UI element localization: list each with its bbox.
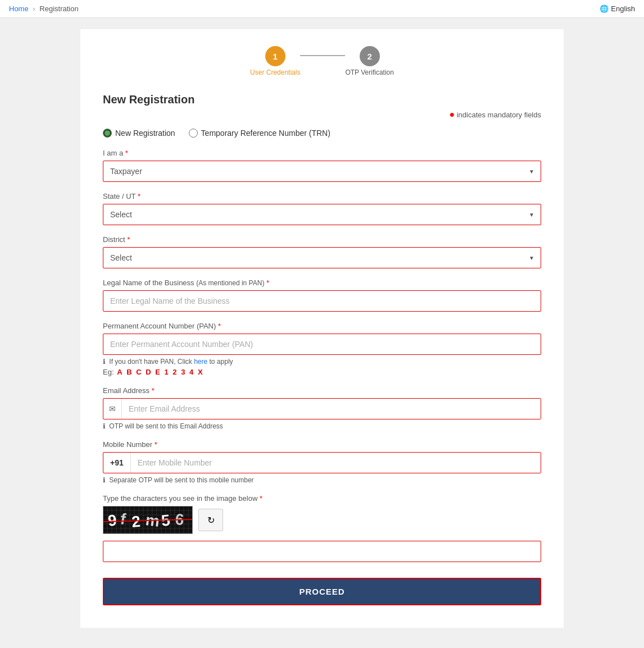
- mobile-input[interactable]: [131, 453, 541, 473]
- captcha-label: Type the characters you see in the image…: [103, 494, 541, 503]
- radio-new-label: New Registration: [115, 129, 175, 138]
- globe-icon: 🌐: [600, 4, 609, 13]
- i-am-label: I am a *: [103, 149, 541, 157]
- breadcrumb-current: Registration: [39, 4, 78, 13]
- state-group: State / UT * Select: [103, 192, 541, 225]
- email-input-wrapper: ✉: [103, 398, 541, 419]
- pan-char-B: B: [126, 368, 131, 376]
- email-input[interactable]: [122, 399, 541, 419]
- state-label: State / UT *: [103, 192, 541, 200]
- pan-char-3: 3: [181, 368, 185, 376]
- language-label: English: [611, 4, 635, 13]
- email-hint: ℹ OTP will be sent to this Email Address: [103, 422, 541, 430]
- breadcrumb-sep: ›: [33, 4, 35, 13]
- mandatory-text: indicates mandatory fields: [457, 111, 541, 119]
- pan-hint: ℹ If you don't have PAN, Click here to a…: [103, 358, 541, 366]
- language-selector[interactable]: 🌐 English: [600, 4, 635, 13]
- mobile-hint: ℹ Separate OTP will be sent to this mobi…: [103, 476, 541, 484]
- state-select-wrapper: Select: [103, 204, 541, 225]
- pan-eg-label: Eg:: [103, 368, 114, 376]
- pan-char-A: A: [117, 368, 122, 376]
- pan-label: Permanent Account Number (PAN) *: [103, 322, 541, 330]
- mobile-label: Mobile Number *: [103, 440, 541, 449]
- pan-char-D: D: [146, 368, 151, 376]
- captcha-image: [103, 506, 193, 534]
- proceed-button[interactable]: PROCEED: [103, 578, 541, 605]
- breadcrumb: Home › Registration: [9, 4, 79, 13]
- legal-name-label: Legal Name of the Business (As mentioned…: [103, 279, 541, 287]
- radio-new-registration[interactable]: New Registration: [103, 129, 175, 138]
- pan-char-X: X: [198, 368, 203, 376]
- step-connector: [300, 55, 345, 56]
- form-title: New Registration: [103, 93, 541, 106]
- taxpayer-select-wrapper: Taxpayer: [103, 161, 541, 182]
- step-2-circle: 2: [360, 46, 380, 66]
- state-select[interactable]: Select: [103, 204, 541, 225]
- legal-name-group: Legal Name of the Business (As mentioned…: [103, 279, 541, 312]
- email-icon: ✉: [103, 399, 122, 419]
- taxpayer-select[interactable]: Taxpayer: [103, 161, 541, 182]
- captcha-group: Type the characters you see in the image…: [103, 494, 541, 562]
- step-2-label: OTP Verification: [345, 69, 393, 76]
- pan-char-C: C: [136, 368, 141, 376]
- radio-trn[interactable]: Temporary Reference Number (TRN): [189, 129, 330, 138]
- i-am-a-group: I am a * Taxpayer: [103, 149, 541, 182]
- mobile-wrapper: +91: [103, 452, 541, 473]
- email-info-icon: ℹ: [103, 422, 106, 430]
- legal-name-input[interactable]: [103, 290, 541, 312]
- step-1-label: User Credentials: [250, 69, 300, 76]
- main-content: 1 User Credentials 2 OTP Verification Ne…: [80, 29, 564, 628]
- pan-here-link[interactable]: here: [194, 358, 207, 366]
- step-1-circle: 1: [265, 46, 285, 66]
- email-label: Email Address *: [103, 386, 541, 395]
- mandatory-dot: ●: [449, 109, 455, 119]
- mobile-prefix: +91: [103, 453, 131, 473]
- district-label: District *: [103, 235, 541, 244]
- email-group: Email Address * ✉ ℹ OTP will be sent to …: [103, 386, 541, 430]
- pan-char-E: E: [155, 368, 160, 376]
- refresh-icon: ↻: [207, 515, 215, 526]
- radio-new-input[interactable]: [103, 129, 112, 138]
- pan-char-1: 1: [165, 368, 169, 376]
- pan-group: Permanent Account Number (PAN) * ℹ If yo…: [103, 322, 541, 376]
- district-group: District * Select: [103, 235, 541, 268]
- pan-char-4: 4: [189, 368, 193, 376]
- mobile-info-icon: ℹ: [103, 476, 106, 484]
- radio-trn-label: Temporary Reference Number (TRN): [201, 129, 330, 138]
- radio-trn-input[interactable]: [189, 129, 198, 138]
- district-select[interactable]: Select: [103, 247, 541, 268]
- home-link[interactable]: Home: [9, 4, 29, 13]
- captcha-row: ↻: [103, 506, 541, 534]
- step-1: 1 User Credentials: [250, 46, 300, 76]
- pan-char-2: 2: [173, 368, 176, 376]
- registration-type-group: New Registration Temporary Reference Num…: [103, 129, 541, 138]
- mobile-group: Mobile Number * +91 ℹ Separate OTP will …: [103, 440, 541, 484]
- stepper: 1 User Credentials 2 OTP Verification: [103, 46, 541, 76]
- pan-input[interactable]: [103, 334, 541, 355]
- mandatory-note: ● indicates mandatory fields: [103, 109, 541, 120]
- district-select-wrapper: Select: [103, 247, 541, 268]
- pan-example: Eg: A B C D E 1 2 3 4 X: [103, 368, 541, 376]
- captcha-input[interactable]: [103, 541, 541, 562]
- step-2: 2 OTP Verification: [345, 46, 393, 76]
- captcha-refresh-button[interactable]: ↻: [198, 509, 223, 531]
- top-bar: Home › Registration 🌐 English: [0, 0, 644, 18]
- info-icon: ℹ: [103, 358, 106, 366]
